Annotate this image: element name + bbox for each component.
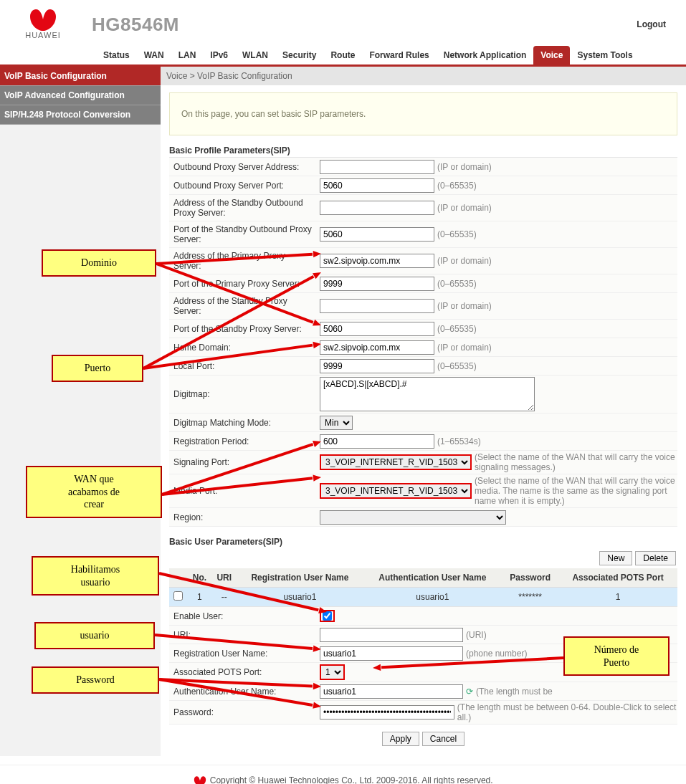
tab-wlan[interactable]: WLAN [235, 46, 275, 64]
tab-voice[interactable]: Voice [533, 46, 570, 64]
local-port-input[interactable] [320, 359, 434, 373]
sidebar-item-1[interactable]: VoIP Advanced Configuration [0, 86, 161, 105]
sidebar-item-0[interactable]: VoIP Basic Configuration [0, 67, 161, 86]
main-nav: StatusWANLANIPv6WLANSecurityRouteForward… [0, 46, 686, 67]
annotation-dominio: Dominio [42, 249, 156, 277]
tab-status[interactable]: Status [96, 46, 137, 64]
home-domain-input[interactable] [320, 340, 434, 355]
info-banner: On this page, you can set basic SIP para… [169, 92, 677, 135]
standby-outbound-port-input[interactable] [320, 227, 434, 242]
annotation-password: Password [32, 666, 159, 694]
apply-button[interactable]: Apply [382, 732, 419, 746]
registration-period-input[interactable] [320, 434, 434, 449]
enable-user-checkbox[interactable] [323, 611, 332, 621]
annotation-usuario: usuario [34, 622, 155, 649]
tab-route[interactable]: Route [323, 46, 362, 64]
media-port-select[interactable]: 3_VOIP_INTERNET_R_VID_1503 [320, 483, 472, 499]
region-select[interactable] [320, 510, 506, 525]
users-table: No.URIRegistration User NameAuthenticati… [169, 568, 677, 606]
footer: Copyright © Huawei Technologies Co., Ltd… [0, 765, 686, 784]
tab-wan[interactable]: WAN [137, 46, 171, 64]
digitmap-input[interactable]: [xABCD].S|[xABCD].# [320, 377, 535, 411]
annotation-numport: Número de Puerto [563, 636, 670, 676]
new-button[interactable]: New [599, 551, 632, 565]
refresh-icon[interactable]: ⟳ [466, 687, 473, 697]
tab-ipv6[interactable]: IPv6 [203, 46, 235, 64]
password-input[interactable] [320, 705, 454, 720]
standby-port-input[interactable] [320, 322, 434, 336]
digitmap-mode-select[interactable]: Min [320, 416, 353, 430]
standby-addr-input[interactable] [320, 299, 434, 313]
outbound-addr-input[interactable] [320, 160, 434, 174]
tab-lan[interactable]: LAN [171, 46, 204, 64]
row-checkbox[interactable] [173, 591, 183, 601]
uri-input[interactable] [320, 628, 463, 642]
tab-security[interactable]: Security [275, 46, 323, 64]
registration-username-input[interactable] [320, 646, 463, 661]
sidebar: VoIP Basic ConfigurationVoIP Advanced Co… [0, 67, 161, 756]
delete-button[interactable]: Delete [635, 551, 676, 565]
section-title-user: Basic User Parameters(SIP) [169, 537, 677, 547]
annotation-puerto: Puerto [52, 355, 143, 382]
pots-port-select[interactable]: 1 [320, 664, 345, 680]
tab-network-application[interactable]: Network Application [437, 46, 534, 64]
sidebar-item-2[interactable]: SIP/H.248 Protocol Conversion [0, 105, 161, 125]
profile-parameters: Outbound Proxy Server Address: (IP or do… [169, 157, 677, 527]
annotation-wan: WAN que acabamos de crear [26, 466, 162, 518]
tab-forward-rules[interactable]: Forward Rules [362, 46, 436, 64]
auth-username-input[interactable] [320, 684, 463, 699]
signaling-port-select[interactable]: 3_VOIP_INTERNET_R_VID_1503 [320, 454, 472, 470]
primary-port-input[interactable] [320, 277, 434, 291]
primary-addr-input[interactable] [320, 254, 434, 268]
brand-logo: HUAWEI [7, 4, 79, 44]
device-model: HG8546M [92, 14, 637, 36]
standby-outbound-addr-input[interactable] [320, 201, 434, 215]
cancel-button[interactable]: Cancel [422, 732, 465, 746]
outbound-port-input[interactable] [320, 178, 434, 193]
table-row[interactable]: 1 -- usuario1 usuario1 ******* 1 [169, 588, 677, 607]
annotation-hab: Habilitamos usuario [32, 556, 159, 596]
section-title-profile: Basic Profile Parameters(SIP) [169, 145, 677, 156]
logout-link[interactable]: Logout [637, 19, 666, 29]
breadcrumb: Voice > VoIP Basic Configuration [161, 67, 686, 85]
tab-system-tools[interactable]: System Tools [570, 46, 639, 64]
